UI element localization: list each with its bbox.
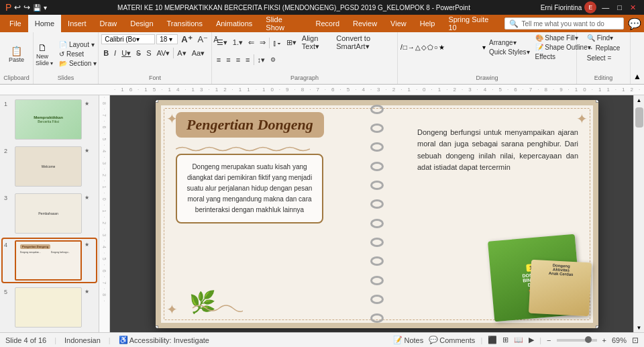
align-right-btn[interactable]: ≡ (234, 55, 242, 64)
align-left-btn[interactable]: ≡ (215, 55, 223, 64)
numbering-btn[interactable]: 1.▾ (231, 38, 245, 48)
scroll-thumb[interactable] (635, 107, 643, 128)
line-spacing-btn[interactable]: ↕▾ (256, 55, 268, 65)
bold-btn[interactable]: B (101, 48, 111, 58)
quick-styles-btn[interactable]: Quick Styles▾ (487, 48, 532, 56)
tab-home[interactable]: Home (28, 15, 61, 32)
font-size-btn2[interactable]: Aa▾ (190, 48, 207, 58)
text-direction-btn[interactable]: ⊞▾ (284, 38, 299, 48)
tab-view[interactable]: View (384, 15, 413, 32)
redo-btn[interactable]: ↪ (23, 3, 30, 12)
oval-shape[interactable]: ○ (434, 44, 438, 51)
tab-draw[interactable]: Draw (93, 15, 124, 32)
slide-left-text-box[interactable]: Dongeng merupakan suatu kisah yang diang… (176, 154, 323, 224)
normal-view-btn[interactable]: ⬛ (488, 336, 497, 344)
scroll-down-btn[interactable]: ▼ (635, 323, 644, 332)
slide-thumb-1[interactable]: 1 Mempraktikkan Bercerita Fiksi ★ (3, 98, 96, 141)
slide-thumb-4[interactable]: 4 Pengertian Dongeng Dongeng merupakan..… (3, 239, 96, 282)
decrease-indent-btn[interactable]: ⇐ (246, 38, 256, 48)
reset-btn[interactable]: ↺ Reset (57, 50, 99, 58)
justify-btn[interactable]: ≡ (244, 55, 252, 64)
bullets-btn[interactable]: ☰▾ (215, 38, 229, 48)
reading-view-btn[interactable]: 📖 (514, 336, 523, 344)
scroll-up-btn[interactable]: ▲ (635, 95, 644, 105)
tab-transitions[interactable]: Transitions (160, 15, 209, 32)
comments-btn[interactable]: 💬 (628, 17, 641, 30)
notes-btn[interactable]: 📝 Notes (393, 336, 423, 344)
rect-shape[interactable]: □ (403, 44, 407, 51)
tab-spring[interactable]: Spring Suite 10 (441, 15, 504, 32)
tab-record[interactable]: Record (309, 15, 346, 32)
new-slide-dropdown[interactable]: ▾ (50, 60, 53, 66)
align-text-btn[interactable]: Align Text▾ (300, 34, 333, 52)
columns-btn[interactable]: ⫿▾ (271, 38, 283, 48)
selection-handle-br[interactable] (596, 326, 598, 328)
increase-font-btn[interactable]: A⁺ (179, 34, 194, 45)
strikethrough-btn[interactable]: S̶ (134, 48, 143, 58)
char-spacing-btn[interactable]: AV▾ (154, 48, 172, 58)
slide-preview-1[interactable]: Mempraktikkan Bercerita Fiksi (15, 99, 82, 140)
fit-slide-btn[interactable]: ⊡ (632, 336, 639, 345)
font-family-select[interactable]: Calibri (Bo▾ (101, 34, 155, 44)
slide-preview-4[interactable]: Pengertian Dongeng Dongeng merupakan... … (15, 240, 82, 281)
slide-title[interactable]: Pengertian Dongeng (176, 112, 324, 138)
close-btn[interactable]: ✕ (627, 3, 639, 12)
tab-help[interactable]: Help (413, 15, 442, 32)
arrange-btn[interactable]: Arrange▾ (487, 38, 532, 47)
maximize-btn[interactable]: □ (614, 3, 625, 11)
line-shape[interactable]: / (400, 44, 402, 51)
zoom-level[interactable]: 69% (612, 336, 627, 344)
decrease-font-btn[interactable]: A⁻ (196, 34, 211, 45)
user-avatar[interactable]: E (584, 1, 596, 13)
slide-thumb-3[interactable]: 3 Pembahasan ★ (3, 192, 96, 235)
tab-review[interactable]: Review (346, 15, 384, 32)
slide-thumb-5[interactable]: 5 ★ (3, 286, 96, 329)
accessibility-indicator[interactable]: ♿ Accessibility: Investigate (119, 336, 209, 344)
triangle-shape[interactable]: △ (415, 44, 421, 51)
find-btn[interactable]: 🔍 Find▾ (585, 34, 615, 42)
shapes-gallery[interactable]: / □ → △ ◇ ⬠ ○ ★ (400, 44, 481, 51)
align-center-btn[interactable]: ≡ (224, 55, 232, 64)
tab-animations[interactable]: Animations (209, 15, 259, 32)
shadow-btn[interactable]: S (144, 48, 153, 58)
slide-preview-3[interactable]: Pembahasan (15, 193, 82, 234)
underline-btn[interactable]: U▾ (119, 48, 133, 58)
tab-slideshow[interactable]: Slide Show (259, 15, 309, 32)
ribbon-collapse-btn[interactable]: ▲ (631, 32, 644, 84)
selection-handle-bl[interactable] (156, 326, 158, 328)
tab-design[interactable]: Design (123, 15, 160, 32)
selection-handle-tr[interactable] (596, 100, 598, 103)
comments-status-btn[interactable]: 💬 Comments (429, 336, 475, 344)
slide-preview-5[interactable] (15, 287, 82, 328)
font-color-btn[interactable]: A▾ (175, 48, 188, 58)
slide-preview-2[interactable]: Welcome (15, 146, 82, 187)
undo-btn[interactable]: ↩ (14, 3, 21, 12)
shapes-more-btn[interactable]: ▾ (482, 44, 486, 51)
slide-thumb-2[interactable]: 2 Welcome ★ (3, 145, 96, 188)
slide-canvas[interactable]: Pengertian Dongeng Dongeng berfungsi unt… (156, 100, 598, 328)
zoom-in-btn[interactable]: + (602, 336, 606, 344)
pentagon-shape[interactable]: ⬠ (427, 44, 433, 51)
tab-file[interactable]: File (3, 15, 28, 32)
para-settings-btn[interactable]: ⚙ (268, 56, 278, 64)
ribbon-search[interactable]: 🔍 Tell me what you want to do (504, 17, 624, 30)
new-slide-btn[interactable]: 🗋 New Slide ▾ (33, 41, 56, 68)
select-btn[interactable]: Select = (585, 54, 613, 62)
tab-insert[interactable]: Insert (61, 15, 93, 32)
diamond-shape[interactable]: ◇ (421, 44, 427, 51)
italic-btn[interactable]: I (112, 48, 118, 58)
paste-btn[interactable]: 📋 Paste (6, 44, 28, 64)
slide-sorter-btn[interactable]: ⊞ (502, 336, 508, 344)
section-btn[interactable]: 📂 Section ▾ (57, 59, 99, 68)
slideshow-btn[interactable]: ▶ (529, 336, 534, 344)
slide-right-text[interactable]: Dongeng berfungsi untuk menyampaikan aja… (417, 127, 578, 174)
layout-btn[interactable]: 📄 Layout ▾ (57, 40, 99, 49)
minimize-btn[interactable]: — (599, 3, 612, 11)
replace-btn[interactable]: ↔ Replace (585, 44, 622, 52)
zoom-out-btn[interactable]: − (547, 336, 551, 344)
quick-access-toolbar[interactable]: P ↩ ↪ 💾 ▾ (5, 2, 47, 13)
increase-indent-btn[interactable]: ⇒ (258, 38, 268, 48)
zoom-slider-thumb[interactable] (585, 336, 592, 343)
arrow-shape[interactable]: → (408, 44, 415, 51)
slide-content-area[interactable]: Pengertian Dongeng Dongeng berfungsi unt… (110, 95, 644, 332)
